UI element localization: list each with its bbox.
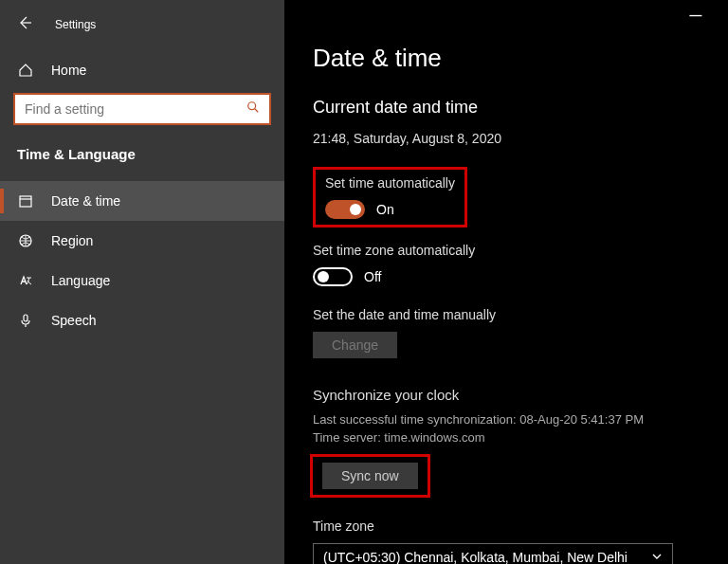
svg-rect-1 bbox=[20, 196, 31, 207]
sidebar-item-label: Language bbox=[51, 273, 110, 288]
titlebar: Settings bbox=[0, 6, 284, 51]
timezone-select[interactable]: (UTC+05:30) Chennai, Kolkata, Mumbai, Ne… bbox=[313, 543, 673, 564]
sidebar-item-speech[interactable]: Speech bbox=[0, 300, 284, 340]
main-content: ─ Date & time Current date and time 21:4… bbox=[284, 0, 728, 564]
sidebar-list: Date & time Region Language Speech bbox=[0, 175, 284, 340]
sidebar-item-label: Date & time bbox=[51, 193, 120, 209]
sidebar-item-date-time[interactable]: Date & time bbox=[0, 181, 284, 221]
chevron-down-icon bbox=[651, 550, 663, 564]
sidebar-item-language[interactable]: Language bbox=[0, 261, 284, 300]
svg-rect-3 bbox=[24, 315, 27, 321]
microphone-icon bbox=[17, 312, 34, 329]
sync-last: Last successful time synchronization: 08… bbox=[313, 412, 700, 427]
sidebar-item-label: Region bbox=[51, 233, 93, 248]
back-icon[interactable] bbox=[17, 15, 32, 34]
sync-block: Synchronize your clock Last successful t… bbox=[313, 387, 700, 498]
sync-heading: Synchronize your clock bbox=[313, 387, 700, 403]
sidebar-item-home[interactable]: Home bbox=[0, 51, 284, 89]
home-label: Home bbox=[51, 63, 86, 78]
category-title: Time & Language bbox=[0, 136, 284, 175]
auto-tz-toggle[interactable] bbox=[313, 267, 353, 286]
auto-tz-label: Set time zone automatically bbox=[313, 243, 700, 258]
highlight-sync-now: Sync now bbox=[310, 454, 430, 498]
timezone-label: Time zone bbox=[313, 519, 700, 534]
auto-time-toggle[interactable] bbox=[325, 200, 365, 219]
page-heading: Date & time bbox=[313, 44, 700, 73]
search-input[interactable] bbox=[15, 95, 269, 123]
auto-time-label: Set time automatically bbox=[325, 175, 455, 191]
auto-time-state: On bbox=[376, 202, 394, 217]
current-datetime-title: Current date and time bbox=[313, 98, 700, 118]
sidebar-item-label: Speech bbox=[51, 313, 96, 328]
timezone-selected: (UTC+05:30) Chennai, Kolkata, Mumbai, Ne… bbox=[323, 550, 628, 564]
settings-sidebar: Settings Home Time & Language Date & tim… bbox=[0, 0, 284, 564]
search-box[interactable] bbox=[13, 93, 271, 125]
highlight-auto-time: Set time automatically On bbox=[313, 167, 467, 227]
sync-server: Time server: time.windows.com bbox=[313, 430, 700, 445]
change-button[interactable]: Change bbox=[313, 332, 397, 358]
search-icon bbox=[246, 100, 260, 118]
language-icon bbox=[17, 272, 34, 289]
calendar-icon bbox=[17, 192, 34, 209]
minimize-button[interactable]: ─ bbox=[686, 6, 705, 26]
manual-label: Set the date and time manually bbox=[313, 307, 700, 322]
sync-now-button[interactable]: Sync now bbox=[322, 463, 418, 489]
auto-tz-block: Set time zone automatically Off bbox=[313, 243, 700, 286]
svg-point-0 bbox=[248, 102, 256, 110]
home-icon bbox=[17, 62, 34, 79]
auto-tz-state: Off bbox=[364, 269, 381, 284]
globe-icon bbox=[17, 232, 34, 249]
sidebar-item-region[interactable]: Region bbox=[0, 221, 284, 261]
app-title: Settings bbox=[55, 18, 96, 31]
current-datetime-value: 21:48, Saturday, August 8, 2020 bbox=[313, 131, 700, 146]
timezone-block: Time zone (UTC+05:30) Chennai, Kolkata, … bbox=[313, 519, 700, 564]
manual-block: Set the date and time manually Change bbox=[313, 307, 700, 358]
